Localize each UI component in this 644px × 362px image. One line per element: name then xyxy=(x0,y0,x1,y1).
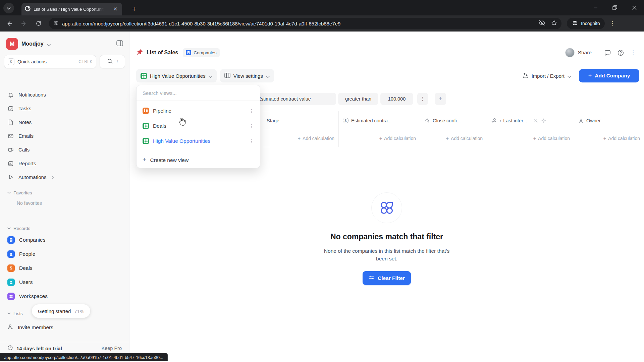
add-calculation-button[interactable]: +Add calculation xyxy=(574,130,644,147)
sidebar-item-companies[interactable]: Companies xyxy=(4,233,125,247)
new-tab-button[interactable]: + xyxy=(129,4,139,14)
help-icon[interactable] xyxy=(617,49,624,56)
filter-field-button[interactable]: Estimated contract value xyxy=(253,93,336,105)
kanban-icon xyxy=(143,108,149,114)
add-calculation-button[interactable]: +Add calculation xyxy=(339,130,420,147)
keep-pro-button[interactable]: Keep Pro xyxy=(102,346,122,351)
views-dropdown: Pipeline ⋮ Deals ⋮ High Value Opportunit… xyxy=(136,85,260,168)
incognito-icon xyxy=(572,20,578,27)
view-option-pipeline[interactable]: Pipeline ⋮ xyxy=(139,103,258,118)
invite-members-label: Invite members xyxy=(18,324,53,330)
search-button[interactable]: / xyxy=(100,55,125,68)
add-calculation-button[interactable]: +Add calculation xyxy=(487,130,574,147)
sidebar-item-users[interactable]: Users xyxy=(4,275,125,289)
column-label: Last inter... xyxy=(503,118,527,123)
tab-close-icon[interactable]: ✕ xyxy=(112,6,119,12)
records-section-header[interactable]: Records xyxy=(4,224,125,233)
create-new-view-button[interactable]: + Create new view xyxy=(137,152,260,168)
import-export-button[interactable]: Import / Export xyxy=(518,69,576,82)
share-button[interactable]: Share xyxy=(578,50,592,56)
browser-tab[interactable]: List of Sales / High Value Opportunities… xyxy=(21,3,122,15)
sidebar-item-workspaces[interactable]: Workspaces xyxy=(4,289,125,303)
getting-started-percent: 71% xyxy=(74,308,84,314)
sidebar-item-tasks[interactable]: Tasks xyxy=(4,102,125,115)
favorites-title: Favorites xyxy=(13,190,32,195)
sidebar-item-emails[interactable]: Emails xyxy=(4,129,125,143)
views-search[interactable] xyxy=(137,85,260,101)
views-search-input[interactable] xyxy=(143,90,254,96)
avatar[interactable] xyxy=(565,48,575,57)
key-icon: K xyxy=(8,58,14,65)
sidebar-item-label: Notes xyxy=(18,119,32,125)
person-icon xyxy=(578,118,584,123)
pin-icon xyxy=(136,49,143,57)
quick-actions-button[interactable]: K Quick actions CTRLK xyxy=(4,55,96,68)
chevron-down-icon xyxy=(7,227,11,230)
add-calculation-button[interactable]: +Add calculation xyxy=(420,130,487,147)
window-minimize-button[interactable] xyxy=(586,0,605,15)
url-text[interactable]: app.attio.com/moodjoycorp/collection/f3d… xyxy=(62,21,535,26)
collapse-sidebar-icon[interactable] xyxy=(116,40,123,48)
workspace-name: Moodjoy xyxy=(21,41,44,47)
window-close-button[interactable] xyxy=(625,0,644,15)
view-options-icon[interactable]: ⋮ xyxy=(249,108,254,114)
incognito-badge: Incognito xyxy=(567,18,605,29)
sidebar-item-notes[interactable]: Notes xyxy=(4,115,125,129)
chat-icon[interactable] xyxy=(604,49,611,56)
sidebar-item-label: Notifications xyxy=(18,92,46,98)
column-header-owner[interactable]: Owner xyxy=(574,111,644,130)
tab-search-button[interactable] xyxy=(3,3,14,13)
sidebar-item-people[interactable]: People xyxy=(4,247,125,261)
invite-members-button[interactable]: Invite members xyxy=(4,321,125,334)
calculation-row: +Add calculation +Add calculation +Add c… xyxy=(263,130,644,147)
sidebar-item-reports[interactable]: Reports xyxy=(4,157,125,170)
sidebar-item-label: Users xyxy=(19,279,33,285)
bookmark-star-icon[interactable] xyxy=(551,19,557,27)
favorites-section-header[interactable]: Favorites xyxy=(4,188,125,197)
window-restore-button[interactable] xyxy=(605,0,625,15)
getting-started-pill[interactable]: Getting started 71% xyxy=(32,304,90,318)
add-calculation-button[interactable]: +Add calculation xyxy=(263,130,339,147)
column-header-estimated-contract[interactable]: $ Estimated contra... xyxy=(339,111,420,130)
view-switcher-button[interactable]: High Value Opportunities xyxy=(136,69,217,82)
forward-button[interactable] xyxy=(18,18,30,29)
workspace-switcher[interactable]: M Moodjoy xyxy=(4,36,125,52)
building-icon xyxy=(7,236,15,244)
sidebar-item-automations[interactable]: Automations xyxy=(4,170,125,184)
object-badge[interactable]: Companies xyxy=(183,48,219,57)
person-icon xyxy=(7,279,15,286)
reload-button[interactable] xyxy=(33,18,44,29)
browser-menu-icon[interactable]: ⋮ xyxy=(609,20,615,27)
view-options-icon[interactable]: ⋮ xyxy=(249,123,254,129)
view-option-label: Deals xyxy=(153,123,166,129)
sidebar-item-notifications[interactable]: Notifications xyxy=(4,88,125,102)
url-bar[interactable]: app.attio.com/moodjoycorp/collection/f3d… xyxy=(49,18,561,29)
add-company-button[interactable]: + Add Company xyxy=(579,69,639,82)
more-menu-icon[interactable]: ⋮ xyxy=(630,49,636,56)
person-arrow-icon xyxy=(491,118,497,124)
back-button[interactable] xyxy=(3,18,15,29)
view-options-icon[interactable]: ⋮ xyxy=(249,138,254,144)
column-header-last-interaction[interactable]: › Last inter... xyxy=(487,111,574,130)
filter-operator-button[interactable]: greater than xyxy=(338,93,378,105)
clock-icon xyxy=(7,345,13,352)
eye-off-icon[interactable] xyxy=(539,19,545,27)
grid-icon xyxy=(7,293,15,300)
sidebar-item-deals[interactable]: $ Deals xyxy=(4,261,125,275)
column-header-close-confidence[interactable]: Close confi... xyxy=(420,111,487,130)
view-settings-button[interactable]: View settings xyxy=(220,69,274,82)
sidebar-item-label: Tasks xyxy=(18,106,31,111)
site-settings-icon[interactable] xyxy=(53,20,59,27)
dollar-icon: $ xyxy=(7,264,15,272)
view-option-high-value-opportunities[interactable]: High Value Opportunities ⋮ xyxy=(139,133,258,148)
filter-value-button[interactable]: 100,000 xyxy=(380,93,413,105)
add-filter-button[interactable]: + xyxy=(435,93,446,105)
column-header-stage[interactable]: Stage xyxy=(263,111,339,130)
filter-options-icon[interactable]: ⋮ xyxy=(417,93,428,105)
note-icon xyxy=(7,119,14,125)
clear-filter-button[interactable]: Clear Filter xyxy=(363,271,411,285)
sidebar-item-calls[interactable]: Calls xyxy=(4,143,125,157)
plus-icon: + xyxy=(143,157,146,164)
sidebar-item-label: Reports xyxy=(18,161,36,166)
view-option-deals[interactable]: Deals ⋮ xyxy=(139,118,258,133)
